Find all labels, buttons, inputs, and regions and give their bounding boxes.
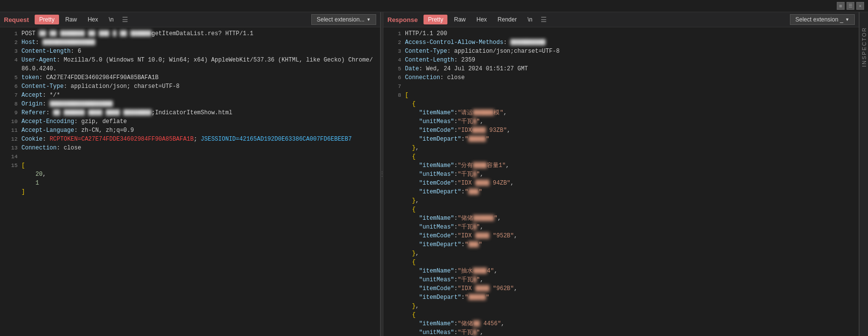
window-controls: ⊞ ☰ ✕ (837, 2, 864, 10)
resp-line-1: 1 HTTP/1.1 200 (384, 29, 859, 38)
resp-obj1-open: { (384, 100, 859, 108)
inspector-sidebar: INSPECTOR (859, 12, 868, 336)
request-line-11: 11 Accept-Language: zh-CN, zh;q=0.9 (0, 126, 380, 135)
request-title: Request (4, 16, 29, 23)
resp-obj4-name: "itemName":"抽水████4", (384, 267, 859, 275)
request-line-10: 10 Accept-Encoding: gzip, deflate (0, 117, 380, 126)
response-panel-header: Response Pretty Raw Hex Render \n ☰ Sele… (384, 12, 859, 27)
resp-obj2-depart: "itemDepart":"███" (384, 188, 859, 196)
tab-response-render[interactable]: Render (493, 15, 521, 24)
resp-obj4-code: "itemCode":"IDX ████ "962B", (384, 284, 859, 293)
main-content: Request Pretty Raw Hex \n ☰ Select exten… (0, 12, 868, 336)
request-line-1: 1 POST ██ ██ ███████ ██ ███ █ ██ ██████g… (0, 29, 380, 38)
request-line-17: 1 (0, 179, 380, 188)
resp-obj4-unit: "unitMeas":"千瓦█", (384, 275, 859, 284)
tab-response-newline[interactable]: \n (523, 15, 537, 24)
request-select-ext-button[interactable]: Select extension... (311, 14, 376, 25)
request-line-16: 20, (0, 170, 380, 179)
resp-obj2-open: { (384, 152, 859, 161)
request-line-6: 6 Content-Type: application/json; charse… (0, 82, 380, 91)
resp-obj1-depart: "itemDepart":"█████" (384, 135, 859, 144)
resp-obj2-unit: "unitMeas":"千瓦█", (384, 170, 859, 179)
request-menu-icon[interactable]: ☰ (120, 16, 130, 24)
resp-line-8: 8 [ (384, 91, 859, 100)
resp-obj2-code: "itemCode":"IDX ████ 94ZB", (384, 179, 859, 188)
resp-obj1-code: "itemCode":"IDX████ 93ZB", (384, 126, 859, 135)
resp-obj3-open: { (384, 205, 859, 214)
resp-obj1-close: }, (384, 144, 859, 152)
resp-obj5-name: "itemName":"储储██ 4456", (384, 319, 859, 328)
resp-obj3-close: }, (384, 249, 859, 258)
resp-line-7: 7 (384, 82, 859, 91)
resp-obj3-name: "itemName":"储储██████", (384, 214, 859, 223)
resp-line-2: 2 Access-Control-Allow-Methods: ████████… (384, 38, 859, 47)
response-panel: Response Pretty Raw Hex Render \n ☰ Sele… (384, 12, 859, 336)
tab-response-raw[interactable]: Raw (449, 15, 470, 24)
request-line-8: 8 Origin: ██████████████████ (0, 100, 380, 108)
request-line-18: ] (0, 188, 380, 196)
resp-line-3: 3 Content-Type: application/json;charset… (384, 47, 859, 56)
resp-obj4-depart: "itemDepart":"█████" (384, 293, 859, 302)
resp-line-5: 5 Date: Wed, 24 Jul 2024 01:51:27 GMT (384, 64, 859, 73)
top-bar: ⊞ ☰ ✕ (0, 0, 868, 12)
resp-obj4-open: { (384, 258, 859, 267)
tab-request-raw[interactable]: Raw (61, 15, 81, 24)
resp-obj5-unit: "unitMeas":"千瓦█", (384, 328, 859, 336)
request-line-4: 4 User-Agent: Mozilla/5.0 (Windows NT 10… (0, 56, 380, 73)
resp-obj4-close: }, (384, 302, 859, 311)
resp-obj1-unit: "unitMeas":"千瓦█", (384, 117, 859, 126)
resp-line-4: 4 Content-Length: 2359 (384, 56, 859, 64)
request-line-5: 5 token: CA27E74FDDE34602984FF90A85BAFA1… (0, 73, 380, 82)
resp-obj3-unit: "unitMeas":"千瓦█", (384, 223, 859, 231)
resp-line-6: 6 Connection: close (384, 73, 859, 82)
request-panel-body: 1 POST ██ ██ ███████ ██ ███ █ ██ ██████g… (0, 27, 380, 336)
request-line-13: 13 Connection: close (0, 144, 380, 152)
tab-request-pretty[interactable]: Pretty (35, 15, 59, 24)
tab-request-hex[interactable]: Hex (83, 15, 102, 24)
close-btn[interactable]: ✕ (856, 2, 864, 10)
request-line-3: 3 Content-Length: 6 (0, 47, 380, 56)
resp-obj1-name: "itemName":"请运██████模", (384, 108, 859, 117)
tile-btn[interactable]: ⊞ (837, 2, 845, 10)
request-panel-header: Request Pretty Raw Hex \n ☰ Select exten… (0, 12, 380, 27)
resp-obj5-open: { (384, 311, 859, 319)
response-panel-body: 1 HTTP/1.1 200 2 Access-Control-Allow-Me… (384, 27, 859, 336)
request-line-15: 15 [ (0, 161, 380, 170)
tab-response-hex[interactable]: Hex (472, 15, 491, 24)
tab-response-pretty[interactable]: Pretty (424, 15, 447, 24)
inspector-label: INSPECTOR (861, 27, 867, 67)
request-line-9: 9 Referer: ██ ██████ ████ ████ ████████;… (0, 108, 380, 117)
list-btn[interactable]: ☰ (847, 2, 854, 10)
response-title: Response (387, 16, 418, 23)
resp-obj3-code: "itemCode":"IDX ████ "952B", (384, 231, 859, 240)
request-line-2: 2 Host: ███████████████ (0, 38, 380, 47)
resp-obj2-name: "itemName":"分有████容量1", (384, 161, 859, 170)
tab-request-newline[interactable]: \n (104, 15, 118, 24)
resp-obj2-close: }, (384, 196, 859, 205)
resp-obj3-depart: "itemDepart":"███" (384, 240, 859, 249)
response-menu-icon[interactable]: ☰ (539, 16, 549, 24)
request-panel: Request Pretty Raw Hex \n ☰ Select exten… (0, 12, 381, 336)
request-line-14: 14 (0, 152, 380, 161)
response-select-ext-button[interactable]: Select extension _ (790, 14, 855, 25)
request-line-7: 7 Accept: */* (0, 91, 380, 100)
request-line-12: 12 Cookie: RCPTOKEN=CA27E74FDDE34602984F… (0, 135, 380, 144)
